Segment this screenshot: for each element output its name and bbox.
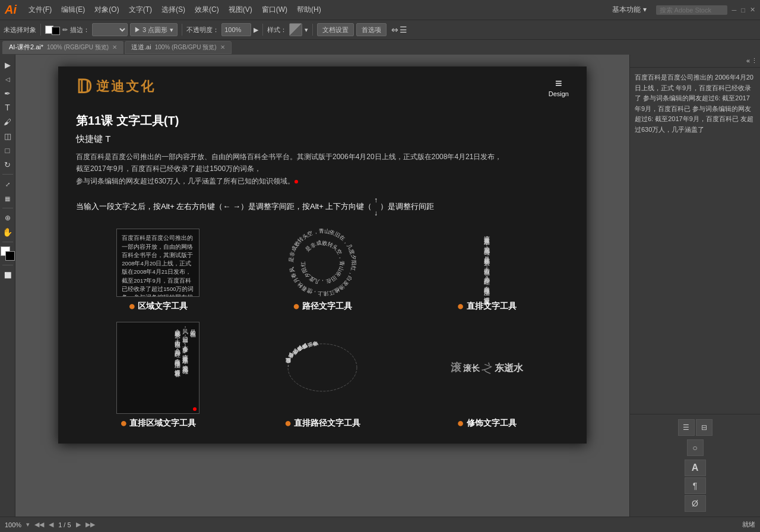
nav-label: Design	[549, 90, 569, 97]
graph-tool-icon[interactable]: ▦	[1, 192, 14, 205]
document-canvas: 𝔻 逆迪文化 ≡ Design 第11课 文字工具(T) 快捷键 T 百度百科是…	[58, 66, 587, 444]
tab-file-2[interactable]: 送道.ai 100% (RGB/GPU 预览) ✕	[125, 41, 232, 54]
no-selection-label: 未选择对象	[4, 26, 36, 34]
vert-area-text-section: 非成败转头空，青山依旧在，几度夕阳红，白发渔樵江渚上，惯看秋月春 风，旧日事，古…	[84, 322, 232, 430]
align-icon[interactable]: ⇔	[391, 25, 398, 34]
menu-help[interactable]: 帮助(H)	[292, 5, 326, 15]
doc-settings-button[interactable]: 文档设置	[317, 23, 354, 36]
styled-text-section: 滚 滚长 之 东逝水 ● 修饰文字工具	[413, 322, 560, 430]
tab-file-1-close[interactable]: ✕	[112, 44, 117, 50]
rp-glyph-icon[interactable]: Ø	[685, 495, 706, 512]
scale-tool-icon[interactable]: ⤢	[1, 178, 14, 191]
minimize-button[interactable]: ─	[732, 7, 737, 14]
page-next-icon[interactable]: ▶▶	[86, 521, 95, 528]
rp-paragraph-icon[interactable]: ¶	[685, 477, 706, 494]
bottom-bar: 100% ▾ ◀◀ ◀ 1 / 5 ▶ ▶▶ 就绪	[0, 517, 760, 532]
bg-color-swatch[interactable]	[5, 251, 15, 261]
shortcut-label: 快捷键 T	[76, 134, 569, 145]
styled-text-content: 滚 滚长 之 东逝水	[451, 359, 523, 376]
stroke-select[interactable]	[92, 23, 128, 36]
menu-window[interactable]: 窗口(W)	[257, 5, 292, 15]
rp-text-A-icon[interactable]: A	[685, 460, 706, 476]
point-shape-selector[interactable]: ▶ 3 点圆形 ▾	[130, 23, 178, 36]
shape-tool-icon[interactable]: □	[1, 144, 14, 157]
type-tool-icon[interactable]: T	[1, 101, 14, 114]
rp-align-symbol: ☰	[683, 423, 689, 432]
lt-sep-4	[2, 265, 13, 265]
brush-icon: ✏	[62, 26, 68, 34]
svg-text:是非成败转头空，青山依旧在，几度夕阳红: 是非成败转头空，青山依旧在，几度夕阳红	[300, 240, 345, 285]
stroke-label: 描边：	[70, 26, 90, 34]
tab-file-1[interactable]: AI-课件2.ai* 100% (RGB/GPU 预览) ✕	[2, 41, 124, 54]
opacity-more-icon[interactable]: ▶	[254, 26, 258, 34]
zoom-tool-icon[interactable]: ⊕	[1, 211, 14, 224]
rp-distribute-icon[interactable]: ⊟	[696, 419, 712, 436]
instruction-text: 当输入一段文字之后，按Alt+ 左右方向键（← →）是调整字间距，按Alt+ 上…	[76, 194, 569, 220]
preferences-button[interactable]: 首选项	[356, 23, 387, 36]
pen-tool-icon[interactable]: ✒	[1, 87, 14, 100]
lesson-title: 第11课 文字工具(T)	[76, 113, 569, 129]
nav-area: ≡ Design	[549, 77, 569, 97]
toolbar-sep-4	[312, 24, 313, 36]
menu-object[interactable]: 对象(O)	[90, 5, 124, 15]
rotate-tool-icon[interactable]: ↻	[1, 158, 14, 171]
zoom-in-icon[interactable]: ▾	[26, 521, 30, 528]
right-panel-text-area: 百度百科是百度公司推出的 2006年4月20日上线，正式 年9月，百度百科已经收…	[630, 68, 760, 414]
vert-path-text-section: 非成败转头空，青山依旧在，几度夕阳红，白发渔樵江渚上，惯看秋月春风，旧事，古今多…	[248, 322, 396, 430]
select-tool-icon[interactable]: ▶	[1, 58, 14, 71]
logo-icon-symbol: 𝔻	[76, 75, 91, 98]
style-chevron[interactable]: ▾	[305, 26, 308, 34]
tools-row-1: 百度百科是百度公司推出的一部内容开放，自由的网络百科全书平台，其测试版于2008…	[76, 229, 569, 313]
menu-text[interactable]: 文字(T)	[124, 5, 157, 15]
distribute-icon[interactable]: ☰	[400, 25, 407, 34]
area-text-content: 百度百科是百度公司推出的一部内容开放，自由的网络百科全书平台，其测试版于2008…	[122, 234, 194, 297]
lt-sep-2	[2, 208, 13, 208]
stroke-swatch[interactable]	[52, 27, 60, 35]
rp-text-icons: A ¶ Ø	[685, 460, 706, 512]
lt-sep-3	[2, 242, 13, 242]
brush-indicator[interactable]: ✏	[62, 26, 68, 34]
direct-select-icon[interactable]: ◁	[1, 72, 14, 86]
vertical-text-section: 滚滚长江东逝水，浪花淘尽英雄，是非成败转头空，青山依旧在，几度夕阳红，白发渔樵江…	[413, 229, 560, 313]
screen-mode-icon[interactable]: ⬜	[1, 268, 14, 281]
rp-icon-row-1: ☰ ⊟	[678, 419, 712, 436]
panel-options-icon[interactable]: ⋮	[751, 57, 758, 65]
rp-circle-icon[interactable]: ○	[687, 439, 704, 456]
eraser-icon[interactable]: ◫	[1, 129, 14, 142]
stock-search-input[interactable]	[656, 5, 727, 15]
tab-file-2-close[interactable]: ✕	[220, 44, 225, 50]
menu-effect[interactable]: 效果(C)	[190, 5, 224, 15]
menu-file[interactable]: 文件(F)	[24, 5, 56, 15]
panel-collapse-icon[interactable]: «	[746, 57, 750, 65]
point-shape-chevron: ▾	[170, 26, 173, 34]
workspace-selector[interactable]: 基本功能 ▾	[607, 5, 651, 15]
paintbrush-icon[interactable]: 🖌	[1, 115, 14, 128]
close-button[interactable]: ✕	[750, 6, 755, 14]
color-swatches	[1, 246, 15, 261]
page-back-icon[interactable]: ◀	[49, 521, 53, 528]
styled-char-3: 之	[479, 358, 495, 378]
styled-char-1: 滚	[451, 362, 461, 373]
vert-area-tool-label: ● 直排区域文字工具	[120, 416, 196, 430]
menu-select[interactable]: 选择(S)	[157, 5, 190, 15]
page-forward-icon[interactable]: ▶	[76, 521, 81, 528]
toolbar-sep-1	[40, 24, 41, 36]
menu-edit[interactable]: 编辑(E)	[56, 5, 90, 15]
opacity-input[interactable]	[221, 23, 251, 36]
down-arrow-icon: ↓	[374, 207, 378, 220]
menu-bar: Ai 文件(F) 编辑(E) 对象(O) 文字(T) 选择(S) 效果(C) 视…	[0, 0, 760, 20]
svg-text:是非成败转头空，青山依旧在，几度夕阳红，白发渔樵江渚上，惯看: 是非成败转头空，青山依旧在，几度夕阳红，白发渔樵江渚上，惯看秋月春风	[288, 229, 357, 297]
style-swatch[interactable]	[289, 23, 302, 36]
rp-text-A-symbol: A	[692, 463, 699, 473]
rp-align-icon[interactable]: ☰	[678, 419, 695, 436]
rp-icon-row-2: ○	[687, 439, 704, 456]
hand-tool-icon[interactable]: ✋	[1, 226, 14, 239]
lt-sep-1	[2, 174, 13, 175]
vert-path-text-sample: 非成败转头空，青山依旧在，几度夕阳红，白发渔樵江渚上，惯看秋月春风，旧事，古今多…	[281, 322, 364, 414]
restore-button[interactable]: □	[741, 7, 745, 14]
stroke-color-group	[45, 24, 60, 35]
menu-view[interactable]: 视图(V)	[224, 5, 257, 15]
canvas-area[interactable]: 𝔻 逆迪文化 ≡ Design 第11课 文字工具(T) 快捷键 T 百度百科是…	[15, 55, 629, 517]
vert-area-text-sample: 非成败转头空，青山依旧在，几度夕阳红，白发渔樵江渚上，惯看秋月春 风，旧日事，古…	[116, 322, 200, 414]
page-prev-icon[interactable]: ◀◀	[34, 521, 44, 528]
